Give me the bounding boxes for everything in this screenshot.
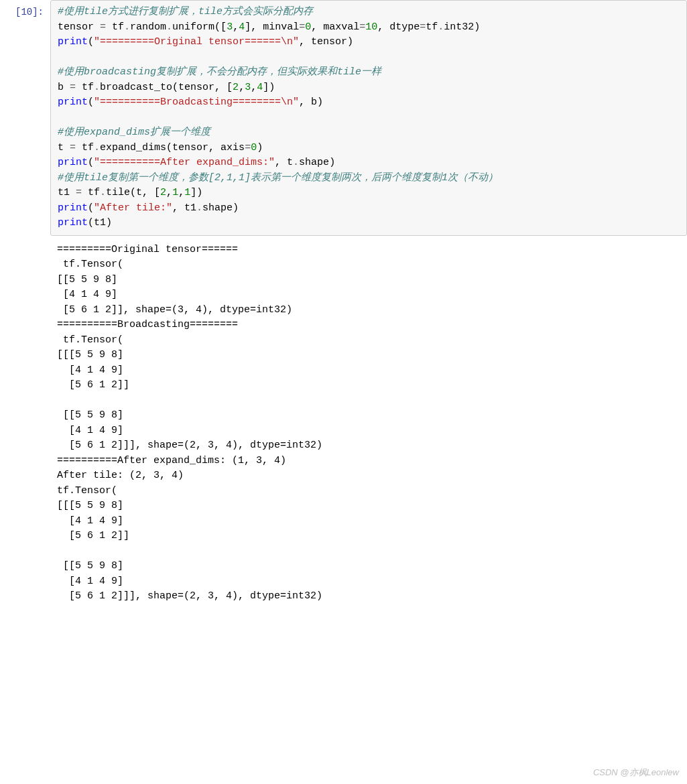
code-input-cell[interactable]: #使用tile方式进行复制扩展，tile方式会实际分配内存 tensor = t… [50,0,687,236]
comment: #使用tile复制第一个维度，参数[2,1,1]表示第一个维度复制两次，后两个维… [58,172,498,184]
code-text: tensor [58,21,100,33]
comment: #使用expand_dims扩展一个维度 [58,127,210,138]
comment: #使用broadcasting复制扩展，不会分配内存，但实际效果和tile一样 [58,66,381,78]
cell-prompt: [10]: [0,0,50,607]
comment: #使用tile方式进行复制扩展，tile方式会实际分配内存 [58,6,313,17]
code-output-cell: =========Original tensor====== tf.Tensor… [50,240,687,607]
